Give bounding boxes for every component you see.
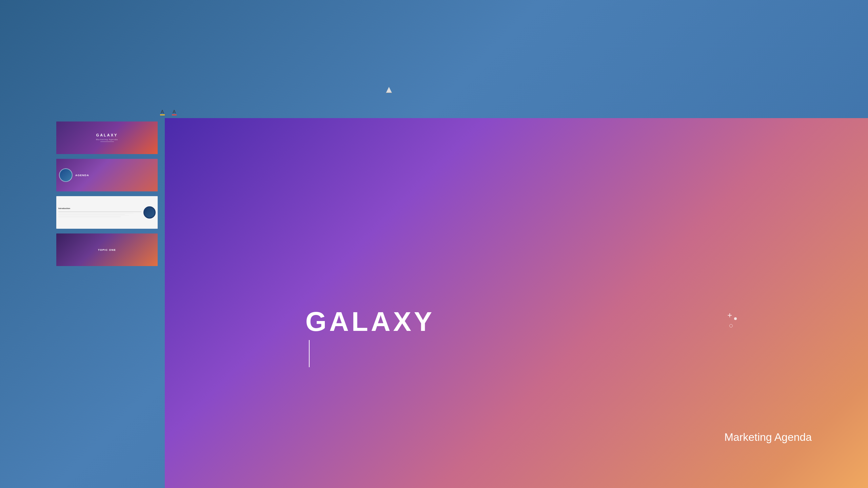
- slide-3-circle: [143, 206, 156, 219]
- dot-outline: [729, 324, 733, 327]
- slide-thumbnail-4[interactable]: TOPIC ONE: [56, 233, 158, 267]
- slide-view: GALAXY Marketing Agenda +: [165, 118, 868, 488]
- slide-3-preview: Introduction: [56, 196, 158, 229]
- slide-text-cursor: [309, 340, 310, 367]
- font-color-button[interactable]: A: [170, 107, 179, 116]
- slide-thumbnail-1[interactable]: GALAXY Marketing Agenda: [56, 121, 158, 155]
- slide-1-subtitle-preview: Marketing Agenda: [96, 138, 118, 140]
- slide-4-preview: TOPIC ONE: [56, 233, 158, 266]
- slide-galaxy-title[interactable]: GALAXY: [305, 306, 435, 337]
- slide-3-line1: [58, 213, 133, 214]
- slide-1-title-preview: GALAXY: [96, 133, 118, 137]
- dot-filled: [734, 317, 737, 320]
- highlight-underline: [160, 114, 165, 115]
- slide-thumbnail-2[interactable]: AGENDA: [56, 158, 158, 192]
- highlight-color-button[interactable]: A: [158, 107, 167, 116]
- slide-3-text: Introduction: [58, 207, 141, 218]
- plus-symbol: +: [727, 311, 732, 320]
- slide-3-rule: [58, 211, 141, 212]
- slide-1-preview: GALAXY Marketing Agenda: [56, 121, 158, 154]
- slide-3-line2: [58, 214, 125, 215]
- slide-2-preview: AGENDA: [56, 159, 158, 191]
- slide-2-circle: [59, 168, 73, 182]
- slide-2-text: AGENDA: [73, 174, 89, 177]
- slide-canvas[interactable]: GALAXY Marketing Agenda +: [165, 118, 868, 488]
- slide-marketing-text[interactable]: Marketing Agenda: [724, 431, 812, 444]
- slide-3-title-text: Introduction: [58, 207, 141, 210]
- slide-3-line3: [58, 215, 129, 216]
- slide-3-line4: [58, 217, 121, 217]
- slide-1-divider: [100, 142, 114, 142]
- slide-thumbnail-3[interactable]: Introduction: [56, 195, 158, 229]
- content-area: 1 2 3 4 GALAXY Marketing Agenda: [44, 118, 868, 488]
- font-color-underline: [172, 114, 177, 115]
